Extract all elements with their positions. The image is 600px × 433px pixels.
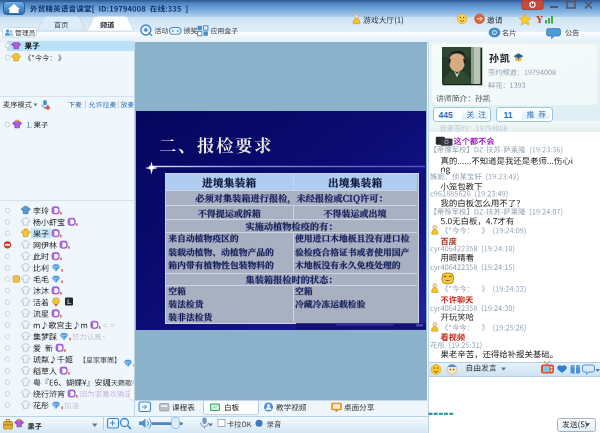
svg-text:11: 11	[504, 110, 513, 120]
svg-text:L: L	[67, 298, 72, 305]
svg-text:Y: Y	[536, 14, 544, 25]
svg-text:445: 445	[439, 110, 453, 120]
